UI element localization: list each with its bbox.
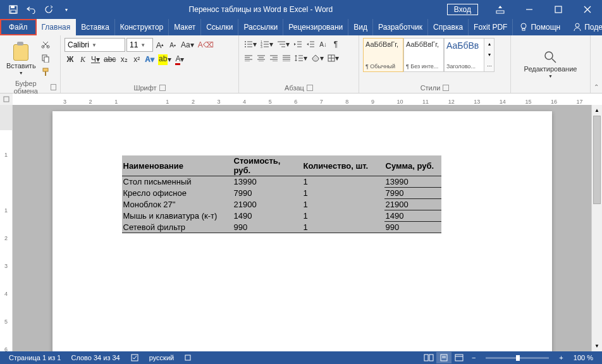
- tab-references[interactable]: Ссылки: [201, 19, 238, 35]
- paragraph-launcher[interactable]: [307, 85, 313, 91]
- styles-launcher[interactable]: [443, 85, 449, 91]
- collapse-ribbon-icon[interactable]: ⌃: [594, 83, 599, 90]
- tab-insert[interactable]: Вставка: [76, 19, 115, 35]
- style-gallery-more[interactable]: ▴▾⋯: [484, 38, 494, 72]
- font-launcher[interactable]: [159, 85, 166, 91]
- align-left-icon[interactable]: [243, 52, 254, 64]
- table-row[interactable]: Стол письменный13990113990: [122, 176, 441, 188]
- status-macro-icon[interactable]: [179, 354, 197, 361]
- table-cell[interactable]: 1490: [233, 210, 302, 222]
- subscript-button[interactable]: x₂: [118, 53, 130, 66]
- zoom-in-icon[interactable]: +: [554, 354, 568, 361]
- table-cell[interactable]: 13990: [384, 176, 441, 188]
- tell-me[interactable]: Помощн: [513, 19, 567, 35]
- change-case-icon[interactable]: Aa▾: [180, 39, 195, 51]
- multilevel-icon[interactable]: ▾: [276, 38, 291, 51]
- table-cell[interactable]: 1: [302, 188, 384, 199]
- view-read-icon[interactable]: [421, 352, 436, 363]
- table-row[interactable]: Моноблок 27"21900121900: [122, 199, 441, 210]
- sort-icon[interactable]: A↓: [317, 38, 329, 51]
- inc-indent-icon[interactable]: [305, 38, 316, 51]
- text-effects-icon[interactable]: A▾: [144, 53, 156, 66]
- table-cell[interactable]: 21900: [233, 199, 302, 210]
- style-normal[interactable]: АаБбВвГг,¶ Обычный: [363, 38, 403, 72]
- strike-button[interactable]: abc: [102, 53, 117, 66]
- borders-icon[interactable]: ▾: [326, 52, 340, 64]
- document-table[interactable]: НаименованиеСтоимость, руб.Количество, ш…: [122, 155, 441, 233]
- status-spellcheck-icon[interactable]: [125, 353, 144, 362]
- table-cell[interactable]: 7990: [233, 188, 302, 199]
- table-cell[interactable]: 990: [233, 222, 302, 233]
- table-cell[interactable]: 1: [302, 222, 384, 233]
- qat-customize-icon[interactable]: ▾: [58, 1, 75, 18]
- zoom-out-icon[interactable]: −: [467, 354, 481, 361]
- redo-icon[interactable]: [40, 1, 57, 18]
- table-cell[interactable]: 1: [302, 199, 384, 210]
- format-painter-icon[interactable]: [40, 66, 51, 78]
- copy-icon[interactable]: [40, 52, 51, 64]
- justify-icon[interactable]: [281, 52, 292, 64]
- tab-mailings[interactable]: Рассылки: [238, 19, 283, 35]
- table-row[interactable]: Сетевой фильтр9901990: [122, 222, 441, 233]
- table-header[interactable]: Стоимость, руб.: [233, 155, 302, 176]
- share-button[interactable]: Поделиться: [567, 19, 602, 35]
- table-cell[interactable]: Моноблок 27": [122, 199, 233, 210]
- tab-foxit[interactable]: Foxit PDF: [469, 19, 513, 35]
- scroll-thumb[interactable]: [593, 116, 601, 204]
- zoom-value[interactable]: 100 %: [568, 354, 598, 361]
- table-cell[interactable]: 13990: [233, 176, 302, 188]
- table-cell[interactable]: Сетевой фильтр: [122, 222, 233, 233]
- scrollbar-vertical[interactable]: ▲ ▼: [591, 105, 602, 351]
- tab-review[interactable]: Рецензировани: [283, 19, 348, 35]
- table-cell[interactable]: Мышь и клавиатура (к-т): [122, 210, 233, 222]
- table-cell[interactable]: 7990: [384, 188, 441, 199]
- tab-file[interactable]: Файл: [0, 19, 37, 35]
- ribbon-options-icon[interactable]: [486, 0, 515, 19]
- paste-button[interactable]: Вставить ▼: [4, 40, 39, 76]
- table-cell[interactable]: Кресло офисное: [122, 188, 233, 199]
- save-icon[interactable]: [5, 1, 22, 18]
- ruler-horizontal[interactable]: 3211234567891011121314151617: [0, 94, 602, 105]
- table-row[interactable]: Кресло офисное799017990: [122, 188, 441, 199]
- table-header[interactable]: Сумма, руб.: [384, 155, 441, 176]
- style-heading1[interactable]: АаБбВвЗаголово...: [444, 38, 484, 72]
- align-right-icon[interactable]: [268, 52, 280, 64]
- numbering-icon[interactable]: 123▾: [259, 38, 274, 51]
- minimize-icon[interactable]: [515, 0, 544, 19]
- status-page[interactable]: Страница 1 из 1: [4, 354, 66, 361]
- table-row[interactable]: Мышь и клавиатура (к-т)149011490: [122, 210, 441, 222]
- bullets-icon[interactable]: ▾: [243, 38, 258, 51]
- style-nospacing[interactable]: АаБбВвГг,¶ Без инте...: [403, 38, 444, 72]
- tab-design[interactable]: Конструктор: [115, 19, 169, 35]
- shading-icon[interactable]: ▾: [310, 52, 325, 64]
- table-cell[interactable]: 1: [302, 210, 384, 222]
- tab-view[interactable]: Вид: [348, 19, 373, 35]
- view-web-icon[interactable]: [452, 352, 467, 363]
- undo-icon[interactable]: [23, 1, 39, 18]
- table-header[interactable]: Наименование: [122, 155, 233, 176]
- status-words[interactable]: Слово 34 из 34: [66, 354, 125, 361]
- clipboard-launcher[interactable]: [51, 84, 56, 90]
- view-print-icon[interactable]: [436, 352, 452, 363]
- find-button[interactable]: Редактирование ▼: [522, 49, 580, 80]
- superscript-button[interactable]: x²: [131, 53, 142, 66]
- zoom-slider[interactable]: [486, 357, 549, 359]
- tab-home[interactable]: Главная: [37, 19, 77, 35]
- italic-button[interactable]: К: [77, 53, 89, 66]
- scroll-down-icon[interactable]: ▼: [592, 341, 602, 351]
- table-cell[interactable]: 1: [302, 176, 384, 188]
- table-cell[interactable]: 990: [384, 222, 441, 233]
- page-viewport[interactable]: НаименованиеСтоимость, руб.Количество, ш…: [13, 105, 591, 351]
- tab-layout[interactable]: Макет: [169, 19, 201, 35]
- cut-icon[interactable]: [40, 38, 51, 51]
- dec-indent-icon[interactable]: [292, 38, 304, 51]
- maximize-icon[interactable]: [544, 0, 573, 19]
- table-cell[interactable]: 1490: [384, 210, 441, 222]
- highlight-icon[interactable]: ab▾: [157, 53, 173, 66]
- scroll-up-icon[interactable]: ▲: [592, 105, 602, 116]
- font-size-select[interactable]: 11▼: [126, 38, 153, 52]
- clear-format-icon[interactable]: A⌫: [197, 39, 215, 51]
- bold-button[interactable]: Ж: [64, 53, 76, 66]
- line-spacing-icon[interactable]: ▾: [293, 52, 309, 64]
- font-name-select[interactable]: Calibri▼: [64, 38, 125, 52]
